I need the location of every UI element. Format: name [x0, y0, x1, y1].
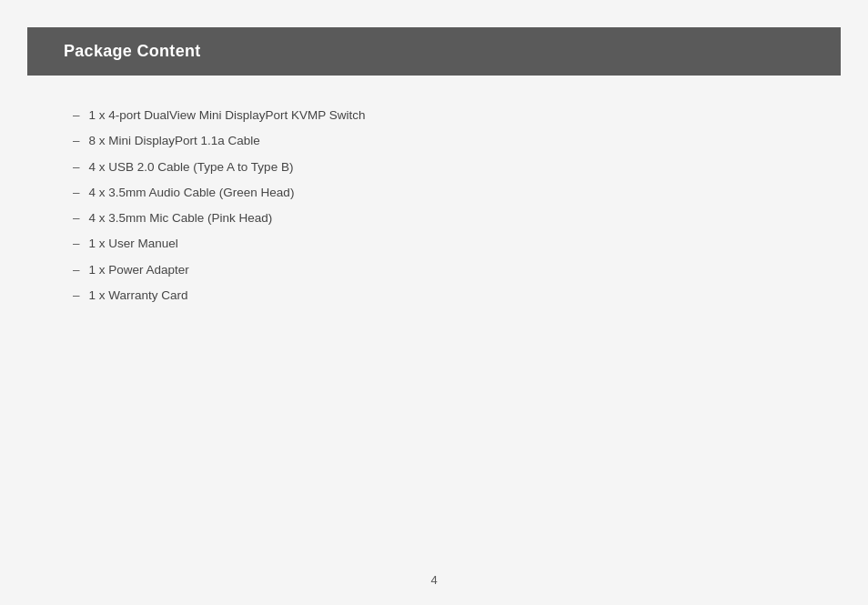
list-item-text: 4 x USB 2.0 Cable (Type A to Type B) [89, 158, 294, 176]
list-dash: – [73, 261, 80, 279]
list-item: –8 x Mini DisplayPort 1.1a Cable [73, 128, 813, 154]
list-item: –1 x Warranty Card [73, 283, 813, 308]
list-item: –1 x 4-port DualView Mini DisplayPort KV… [73, 103, 813, 128]
list-dash: – [73, 158, 80, 176]
list-dash: – [73, 132, 80, 150]
list-item-text: 4 x 3.5mm Audio Cable (Green Head) [89, 184, 295, 202]
page-container: Package Content –1 x 4-port DualView Min… [0, 0, 868, 605]
package-items-list: –1 x 4-port DualView Mini DisplayPort KV… [73, 103, 813, 308]
list-item-text: 4 x 3.5mm Mic Cable (Pink Head) [89, 209, 273, 227]
content-area: –1 x 4-port DualView Mini DisplayPort KV… [0, 76, 868, 573]
list-item: –4 x 3.5mm Mic Cable (Pink Head) [73, 206, 813, 231]
page-footer: 4 [0, 573, 868, 605]
list-dash: – [73, 209, 80, 227]
list-dash: – [73, 106, 80, 125]
page-title: Package Content [64, 42, 201, 60]
list-item-text: 1 x User Manuel [89, 235, 178, 253]
list-dash: – [73, 235, 80, 253]
list-item: –4 x USB 2.0 Cable (Type A to Type B) [73, 155, 813, 180]
list-item-text: 1 x Warranty Card [89, 287, 188, 305]
list-item: –1 x Power Adapter [73, 257, 813, 283]
list-dash: – [73, 287, 80, 305]
list-dash: – [73, 184, 80, 202]
header-bar: Package Content [27, 27, 841, 76]
list-item-text: 1 x 4-port DualView Mini DisplayPort KVM… [89, 106, 366, 125]
list-item-text: 1 x Power Adapter [89, 261, 189, 279]
list-item-text: 8 x Mini DisplayPort 1.1a Cable [89, 132, 260, 150]
list-item: –4 x 3.5mm Audio Cable (Green Head) [73, 180, 813, 206]
list-item: –1 x User Manuel [73, 231, 813, 257]
page-number: 4 [430, 573, 437, 587]
